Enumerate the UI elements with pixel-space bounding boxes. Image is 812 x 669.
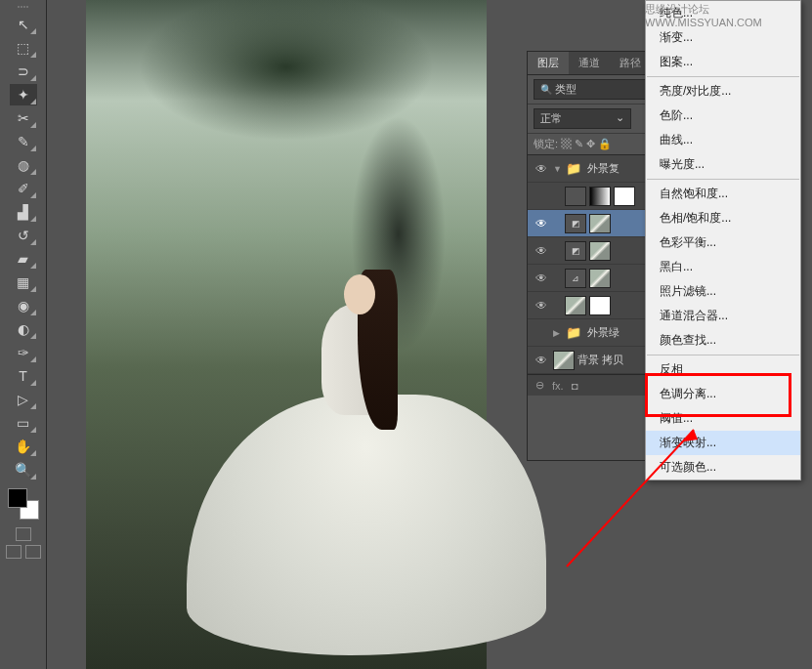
- brush-tool[interactable]: ✐: [10, 178, 37, 199]
- menu-item[interactable]: 渐变...: [646, 25, 800, 50]
- visibility-eye-icon[interactable]: 👁: [530, 244, 553, 258]
- tab-layers[interactable]: 图层: [528, 52, 569, 74]
- stamp-tool[interactable]: ▟: [10, 201, 37, 223]
- foreground-color[interactable]: [8, 488, 27, 508]
- healing-brush-tool[interactable]: ◍: [10, 154, 37, 176]
- layer-thumb[interactable]: [589, 241, 611, 261]
- type-tool[interactable]: T: [10, 365, 37, 387]
- pen-tool[interactable]: ✑: [10, 342, 37, 363]
- layer-name-label[interactable]: 外景绿: [587, 325, 620, 340]
- menu-item[interactable]: 照片滤镜...: [646, 279, 800, 304]
- document-canvas[interactable]: [86, 0, 487, 669]
- magic-wand-tool[interactable]: ✦: [10, 84, 37, 105]
- eraser-tool[interactable]: ▰: [10, 248, 37, 270]
- layer-mask-icon[interactable]: ◘: [572, 380, 578, 392]
- visibility-eye-icon[interactable]: 👁: [530, 162, 553, 176]
- zoom-tool[interactable]: 🔍: [10, 459, 37, 481]
- visibility-eye-icon[interactable]: 👁: [530, 354, 553, 367]
- adjustment-layer-menu: 纯色...渐变...图案...亮度/对比度...色阶...曲线...曝光度...…: [645, 0, 801, 481]
- adjustment-thumb[interactable]: [565, 187, 586, 206]
- layer-fx-icon[interactable]: fx.: [552, 380, 564, 392]
- tools-toolbar: ↖⬚⊃✦✂✎◍✐▟↺▰▦◉◐✑T▷▭✋🔍: [0, 0, 47, 669]
- menu-item[interactable]: 黑白...: [646, 255, 800, 279]
- path-selection-tool[interactable]: ▷: [10, 389, 37, 410]
- image-content: [254, 154, 479, 656]
- menu-item[interactable]: 自然饱和度...: [646, 182, 800, 206]
- gradient-tool[interactable]: ▦: [10, 272, 37, 293]
- menu-item[interactable]: 色调分离...: [646, 382, 800, 406]
- lasso-tool[interactable]: ⊃: [10, 61, 37, 82]
- move-tool[interactable]: ↖: [10, 14, 37, 35]
- menu-item[interactable]: 色彩平衡...: [646, 230, 800, 255]
- tab-channels[interactable]: 通道: [569, 52, 610, 74]
- watermark: 思缘设计论坛 WWW.MISSYUAN.COM: [645, 2, 812, 28]
- link-layers-icon[interactable]: ⊖: [535, 379, 544, 392]
- adjustment-thumb[interactable]: ◩: [565, 241, 586, 261]
- menu-separator: [647, 76, 799, 77]
- layer-mask-thumb[interactable]: [589, 187, 611, 206]
- menu-item[interactable]: 色阶...: [646, 104, 800, 128]
- visibility-eye-icon[interactable]: 👁: [530, 272, 553, 285]
- marquee-tool[interactable]: ⬚: [10, 37, 37, 59]
- eyedropper-tool[interactable]: ✎: [10, 131, 37, 152]
- menu-item[interactable]: 图案...: [646, 50, 800, 74]
- screenmode-toggle-2[interactable]: [25, 545, 41, 559]
- crop-tool[interactable]: ✂: [10, 107, 37, 129]
- layer-mask-thumb[interactable]: [589, 296, 611, 315]
- quickmask-toggle[interactable]: [16, 527, 31, 541]
- svg-line-0: [567, 430, 694, 566]
- visibility-eye-icon[interactable]: 👁: [530, 217, 553, 230]
- layer-thumb[interactable]: [553, 351, 575, 370]
- panel-grip[interactable]: [0, 2, 46, 12]
- layer-thumb[interactable]: [565, 296, 586, 315]
- layer-kind-filter[interactable]: 类型 ≑: [534, 79, 662, 100]
- folder-icon: 📁: [563, 323, 584, 343]
- blend-mode-select[interactable]: 正常 ⌄: [534, 108, 631, 129]
- layer-thumb[interactable]: [589, 269, 611, 288]
- dodge-tool[interactable]: ◐: [10, 318, 37, 340]
- folder-icon: 📁: [563, 159, 584, 179]
- screenmode-toggle[interactable]: [6, 545, 21, 559]
- menu-item[interactable]: 曲线...: [646, 128, 800, 152]
- menu-item[interactable]: 颜色查找...: [646, 328, 800, 353]
- menu-separator: [647, 355, 799, 355]
- hand-tool[interactable]: ✋: [10, 436, 37, 457]
- layer-thumb[interactable]: [589, 214, 611, 233]
- menu-separator: [647, 179, 799, 180]
- menu-item[interactable]: 色相/饱和度...: [646, 206, 800, 230]
- adjustment-thumb[interactable]: ⊿: [565, 269, 586, 288]
- history-brush-tool[interactable]: ↺: [10, 225, 37, 246]
- menu-item[interactable]: 亮度/对比度...: [646, 79, 800, 104]
- shape-tool[interactable]: ▭: [10, 412, 37, 434]
- menu-item[interactable]: 反相: [646, 357, 800, 382]
- visibility-eye-icon[interactable]: 👁: [530, 299, 553, 313]
- expand-toggle-icon[interactable]: ▶: [553, 328, 563, 338]
- annotation-arrow: [547, 420, 704, 576]
- layer-name-label[interactable]: 背景 拷贝: [577, 353, 623, 367]
- layer-mask-thumb[interactable]: [614, 187, 635, 206]
- menu-item[interactable]: 通道混合器...: [646, 304, 800, 328]
- expand-toggle-icon[interactable]: ▼: [553, 164, 563, 174]
- layer-name-label[interactable]: 外景复: [587, 161, 620, 176]
- menu-item[interactable]: 曝光度...: [646, 152, 800, 177]
- adjustment-thumb[interactable]: ◩: [565, 214, 586, 233]
- blur-tool[interactable]: ◉: [10, 295, 37, 316]
- color-swatches[interactable]: [8, 488, 39, 520]
